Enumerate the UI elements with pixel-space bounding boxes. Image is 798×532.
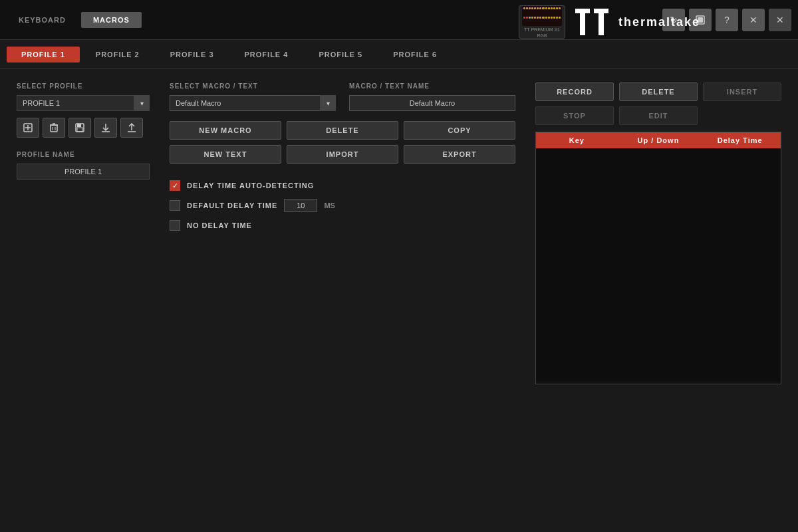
import-macro-button[interactable]: IMPORT xyxy=(287,145,398,164)
brand-name: thermaltake xyxy=(618,15,700,29)
top-bar: KEYBOARD MACROS TT PREMIUM X1 RGB xyxy=(0,0,798,40)
macro-name-label: MACRO / TEXT NAME xyxy=(349,82,515,90)
delay-none-label: NO DELAY TIME xyxy=(187,221,252,229)
help-button[interactable]: ? xyxy=(716,9,738,31)
minimize-button[interactable]: ✕ xyxy=(742,9,765,31)
delay-section: DELAY TIME AUTO-DETECTING DEFAULT DELAY … xyxy=(170,180,515,231)
edit-btn[interactable]: EDIT xyxy=(619,106,698,125)
action-buttons-row-2: NEW TEXT IMPORT EXPORT xyxy=(170,145,515,164)
tab-keyboard[interactable]: KEYBOARD xyxy=(7,12,78,28)
delete-profile-button[interactable] xyxy=(43,118,65,138)
table-header-delay: Delay Time xyxy=(699,132,781,148)
profile-tab-2[interactable]: PROFILE 2 xyxy=(81,47,154,63)
tab-macros[interactable]: MACROS xyxy=(81,12,142,28)
record-controls-row-2: STOP EDIT xyxy=(535,106,781,125)
record-btn[interactable]: RECORD xyxy=(535,82,614,101)
profile-tab-4[interactable]: PROFILE 4 xyxy=(230,47,303,63)
delete-macro-button[interactable]: DELETE xyxy=(287,121,398,140)
delay-none-row: NO DELAY TIME xyxy=(170,220,515,231)
macro-select-wrapper: Default Macro ▾ xyxy=(170,95,336,111)
product-label: TT PREMIUM X1 xyxy=(524,27,560,32)
new-text-button[interactable]: NEW TEXT xyxy=(170,145,281,164)
table-header-key: Key xyxy=(536,132,618,148)
insert-btn[interactable]: INSERT xyxy=(703,82,781,101)
save-profile-button[interactable] xyxy=(68,118,91,138)
profile-tab-6[interactable]: PROFILE 6 xyxy=(378,47,452,63)
key-table-body xyxy=(536,148,781,381)
key-table: Key Up / Down Delay Time xyxy=(535,132,781,384)
delay-auto-row: DELAY TIME AUTO-DETECTING xyxy=(170,180,515,191)
export-profile-button[interactable] xyxy=(120,118,143,138)
delay-default-row: DEFAULT DELAY TIME MS xyxy=(170,199,515,212)
svg-rect-3 xyxy=(598,13,604,35)
macro-select[interactable]: Default Macro xyxy=(170,95,336,111)
delay-auto-label: DELAY TIME AUTO-DETECTING xyxy=(187,182,314,190)
stop-btn[interactable]: STOP xyxy=(535,106,614,125)
key-table-header: Key Up / Down Delay Time xyxy=(536,132,781,148)
new-profile-button[interactable] xyxy=(17,118,39,138)
profile-tab-1[interactable]: PROFILE 1 xyxy=(7,47,80,63)
ms-label: MS xyxy=(324,201,335,209)
macro-select-group: SELECT MACRO / TEXT Default Macro ▾ xyxy=(170,82,336,111)
select-macro-label: SELECT MACRO / TEXT xyxy=(170,82,336,90)
main-content: SELECT PROFILE PROFILE 1 PROFILE 2 PROFI… xyxy=(0,69,798,532)
select-profile-label: SELECT PROFILE xyxy=(17,82,150,90)
profile-name-input[interactable] xyxy=(17,164,150,180)
svg-rect-9 xyxy=(51,125,57,132)
delete-key-btn[interactable]: DELETE xyxy=(619,82,698,101)
profile-icon-row xyxy=(17,118,150,138)
import-profile-button[interactable] xyxy=(94,118,117,138)
close-button[interactable]: ✕ xyxy=(769,9,791,31)
svg-rect-16 xyxy=(77,128,82,132)
delay-default-input[interactable] xyxy=(284,199,317,212)
delay-none-checkbox[interactable] xyxy=(170,220,180,231)
thermaltake-logo: thermaltake xyxy=(575,9,700,35)
keyboard-thumbnail: TT PREMIUM X1 RGB xyxy=(519,5,565,39)
profile-tabs-bar: PROFILE 1 PROFILE 2 PROFILE 3 PROFILE 4 … xyxy=(0,40,798,69)
svg-rect-15 xyxy=(77,124,81,127)
macro-name-input[interactable] xyxy=(349,95,515,111)
copy-macro-button[interactable]: COPY xyxy=(404,121,515,140)
macro-select-row: SELECT MACRO / TEXT Default Macro ▾ MACR… xyxy=(170,82,515,111)
delay-default-label: DEFAULT DELAY TIME xyxy=(187,201,277,209)
center-panel: SELECT MACRO / TEXT Default Macro ▾ MACR… xyxy=(170,82,515,519)
record-controls-row-1: RECORD DELETE INSERT xyxy=(535,82,781,101)
profile-tab-5[interactable]: PROFILE 5 xyxy=(304,47,377,63)
nav-tabs: KEYBOARD MACROS xyxy=(7,12,142,28)
new-macro-button[interactable]: NEW MACRO xyxy=(170,121,281,140)
profile-select-wrapper: PROFILE 1 PROFILE 2 PROFILE 3 PROFILE 4 … xyxy=(17,95,150,111)
profile-name-label: PROFILE NAME xyxy=(17,151,150,158)
right-panel: RECORD DELETE INSERT STOP EDIT Key Up / … xyxy=(535,82,781,519)
delay-auto-checkbox[interactable] xyxy=(170,180,180,191)
table-header-updown: Up / Down xyxy=(618,132,700,148)
brand-area: TT PREMIUM X1 RGB thermaltake xyxy=(519,5,700,39)
tt-icon xyxy=(575,9,612,35)
svg-rect-1 xyxy=(580,13,585,35)
svg-rect-2 xyxy=(594,9,608,13)
profile-select[interactable]: PROFILE 1 PROFILE 2 PROFILE 3 PROFILE 4 … xyxy=(17,95,150,111)
action-buttons-row-1: NEW MACRO DELETE COPY xyxy=(170,121,515,140)
product-sublabel: RGB xyxy=(537,33,547,38)
left-panel: SELECT PROFILE PROFILE 1 PROFILE 2 PROFI… xyxy=(17,82,150,519)
profile-tab-3[interactable]: PROFILE 3 xyxy=(156,47,229,63)
macro-name-group: MACRO / TEXT NAME xyxy=(349,82,515,111)
export-macro-button[interactable]: EXPORT xyxy=(404,145,515,164)
delay-default-checkbox[interactable] xyxy=(170,200,180,211)
svg-rect-0 xyxy=(575,9,590,13)
